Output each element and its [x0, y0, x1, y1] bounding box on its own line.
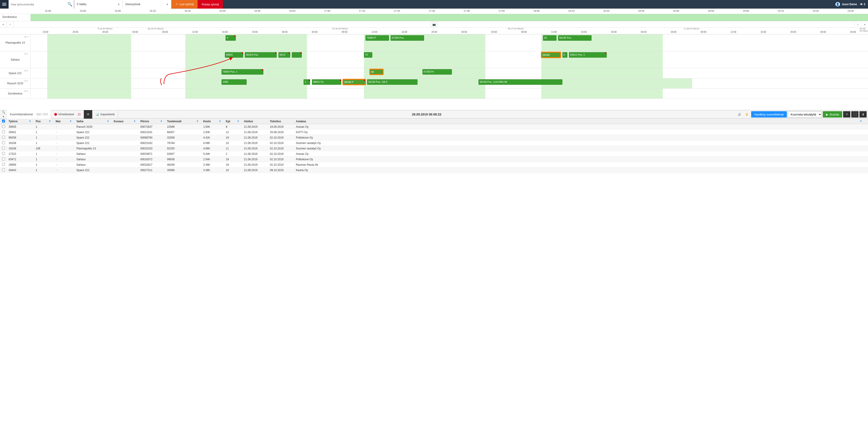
gantt-task[interactable]: 76064 P: [366, 35, 389, 41]
nav-last-icon[interactable]: »: [861, 21, 868, 28]
gantt-row-label[interactable]: Rausch 32332 👁: [0, 79, 31, 89]
mini-tick: 17:30: [414, 8, 449, 14]
row-checkbox[interactable]: [2, 147, 5, 150]
mini-tick: 16:10: [135, 8, 170, 14]
table-row[interactable]: 30443 1 ✓ Space 222 00027311 30586 3.36h…: [0, 167, 868, 173]
table-row[interactable]: 28958 1 ✓ Sahaus 00032627 46269 3.36h 19…: [0, 162, 868, 167]
row-checkbox[interactable]: [2, 130, 5, 133]
row-checkbox[interactable]: [2, 141, 5, 144]
th-toimitus[interactable]: Toimitus: [268, 120, 294, 123]
search-icon[interactable]: 🔍: [66, 2, 74, 7]
th-kuvaus[interactable]: Kuvaus▼: [112, 120, 138, 123]
gantt-task[interactable]: 62: [543, 35, 556, 41]
th-tuotekoodi[interactable]: Tuotekoodi▼: [165, 120, 202, 123]
gantt-row-label[interactable]: Space 2222 👁: [0, 68, 31, 79]
camera-icon[interactable]: 📷: [431, 22, 437, 27]
gantt-task[interactable]: 4!: [225, 35, 236, 41]
gantt-task[interactable]: !: [292, 52, 302, 58]
mini-tick: 15:50: [65, 8, 100, 14]
gantt-task[interactable]: 56136 Pos. 1(6.9: [367, 79, 417, 85]
gantt-task[interactable]: 1309: [221, 79, 247, 85]
gantt-task[interactable]: 56136 Pos: [558, 35, 592, 41]
availability-block: [541, 89, 663, 98]
th-kpl[interactable]: Kpl▼: [224, 120, 242, 123]
table-row[interactable]: 35401 1 ✓ Space 222 00021031 68307 2.83h…: [0, 129, 868, 135]
mini-tick: 18:30: [624, 8, 658, 14]
delete-group-button[interactable]: Poista ryhmä: [197, 0, 223, 8]
menu-icon[interactable]: [0, 0, 8, 8]
user-menu[interactable]: 👤 Jussi Demo: [832, 2, 860, 6]
th-vaihe[interactable]: Vaihe▼: [74, 120, 112, 123]
select-count[interactable]: 5 Valittu▼: [74, 0, 123, 8]
approve-button[interactable]: Hyväksy suunnitelmat: [751, 111, 787, 118]
day-label: TO 26 SYYSKUU: [332, 28, 348, 30]
table-header-row: Työnro▼ Pos▼ Mat.▼ Vaihe▼ Kuvaus▼ Piirnr…: [0, 119, 868, 124]
th-tyonro[interactable]: Työnro▼: [7, 120, 34, 123]
alert-badge: !: [605, 52, 607, 54]
nav-prev-icon[interactable]: ‹: [7, 21, 13, 28]
gantt-row-label[interactable]: Sorvikeskus2 👁: [0, 89, 31, 99]
gantt-task[interactable]: 1!: [304, 79, 310, 85]
row-checkbox[interactable]: [2, 168, 5, 171]
gantt-task[interactable]: 6: [562, 52, 567, 58]
gantt-task[interactable]: 56136 Pos. 1(10.00h) 00: [478, 79, 562, 85]
tab-kapasiteetti[interactable]: 📊 Kapasiteetti: [92, 110, 118, 119]
th-kesto[interactable]: Kesto▼: [202, 120, 224, 123]
crown-icon[interactable]: ♛: [743, 112, 750, 117]
refresh-button[interactable]: ⟳: [84, 110, 92, 119]
nav-first-icon[interactable]: «: [0, 21, 7, 28]
gantt-task[interactable]: 07269 Pos.: [391, 35, 424, 41]
execute-button[interactable]: ▶Suorita: [823, 111, 842, 118]
play-icon: ▶: [826, 113, 828, 116]
gantt-task[interactable]: 88348: [541, 52, 561, 58]
mini-band-bar[interactable]: [31, 14, 868, 21]
filter-icon[interactable]: ▾: [0, 114, 7, 119]
download-icon[interactable]: ⬇: [860, 111, 867, 118]
help-button[interactable]: ?: [843, 111, 850, 118]
ai-select[interactable]: Kuormita tekoälyllä: [788, 111, 822, 118]
row-checkbox[interactable]: [2, 125, 5, 128]
gantt-task[interactable]: 5613!: [278, 52, 290, 58]
gantt-task[interactable]: 88348 P!: [343, 79, 366, 85]
table-row[interactable]: 17323 1 ✓ Sahaus 00033971 02907 5.44h 2 …: [0, 151, 868, 157]
table-row[interactable]: 83472 1 ✓ Sahaus 00016372 99938 2.54h 19…: [0, 157, 868, 162]
row-checkbox[interactable]: [2, 163, 5, 166]
th-piirnro[interactable]: Piirnro▼: [138, 120, 165, 123]
select-group[interactable]: Demoryhmä▼: [123, 0, 171, 8]
alert-icon: !: [54, 113, 57, 116]
gantt-task[interactable]: 88: [370, 69, 383, 74]
print-icon[interactable]: 🖨: [735, 112, 743, 116]
gantt-task[interactable]: 76064 Pos. 1!: [221, 69, 264, 74]
gantt-task[interactable]: 07269 Pc: [423, 69, 452, 74]
gantt-task[interactable]: 62611 Pos. 1!: [569, 52, 607, 58]
table-row[interactable]: 18108 106 ✓ Plasmapoltto 13 00010103 922…: [0, 146, 868, 151]
gantt-task[interactable]: 73: [364, 52, 372, 58]
gantt-row-label[interactable]: Sahaus2 👁: [0, 51, 31, 68]
row-checkbox[interactable]: [2, 136, 5, 139]
table-row[interactable]: 99256 1 ✓ Space 222 00066780 32008 4.42h…: [0, 135, 868, 140]
th-asiakas[interactable]: Asiakas▼: [294, 120, 865, 123]
select-all-checkbox[interactable]: [2, 120, 5, 123]
row-checkbox[interactable]: [2, 152, 5, 155]
watchers-count[interactable]: 👁2: [860, 3, 868, 6]
th-aloitus[interactable]: Aloitus: [242, 120, 268, 123]
tab-kuormittamattomat[interactable]: Kuormittamattomat 202 / 373: [7, 110, 51, 119]
fullscreen-icon[interactable]: ⛶: [851, 111, 859, 118]
gantt-row-label[interactable]: Plasmapoltto 132 👁: [0, 34, 31, 51]
row-checkbox[interactable]: [2, 157, 5, 160]
gantt-task[interactable]: 65254 Pos.!: [245, 52, 277, 58]
hour-tick: 20:00: [432, 31, 437, 33]
create-group-button[interactable]: ＋Luo ryhmä: [171, 0, 197, 8]
th-mat[interactable]: Mat.▼: [54, 120, 74, 123]
search-input[interactable]: [8, 3, 66, 6]
gantt-task[interactable]: 90601 Po!: [312, 79, 341, 85]
table-row[interactable]: 39505 1 ✓ Rausch 3233 00072637 22586 1.5…: [0, 124, 868, 129]
table-row[interactable]: 18108 1 ✓ Space 222 00023162 76784 0.08h…: [0, 140, 868, 146]
filter-icon: ▼: [49, 120, 52, 123]
mini-tick: 16:20: [170, 8, 205, 14]
gantt-task[interactable]: 90601!: [225, 52, 243, 58]
nav-next-icon[interactable]: ›: [855, 21, 861, 28]
search-small-icon[interactable]: 🔍: [0, 110, 7, 114]
tab-virhetilanteet[interactable]: ! Virhetilanteet 13: [51, 110, 84, 119]
th-pos[interactable]: Pos▼: [34, 120, 54, 123]
